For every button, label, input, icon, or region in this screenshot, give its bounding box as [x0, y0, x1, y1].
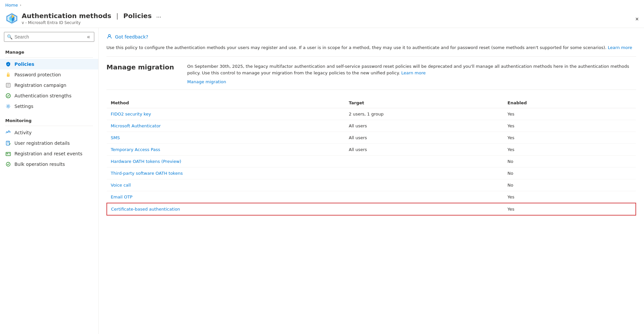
table-body: FIDO2 security key2 users, 1 groupYesMic…: [107, 108, 636, 216]
table-row: Hardware OATH tokens (Preview)No: [107, 156, 636, 167]
main-content: Got feedback? Use this policy to configu…: [99, 28, 644, 334]
auth-strengths-icon: [5, 93, 11, 99]
sidebar-item-password-label: Password protection: [14, 72, 61, 77]
method-link[interactable]: Voice call: [111, 183, 131, 188]
monitoring-divider: [5, 126, 93, 126]
enabled-cell: Yes: [504, 132, 636, 144]
col-target: Target: [345, 98, 504, 108]
sidebar-item-activity[interactable]: Activity: [0, 127, 98, 138]
table-header: Method Target Enabled: [107, 98, 636, 108]
sidebar-item-activity-label: Activity: [14, 130, 32, 135]
feedback-link[interactable]: Got feedback?: [115, 34, 148, 39]
app-icon: [5, 12, 18, 25]
method-link[interactable]: SMS: [111, 135, 120, 140]
method-link[interactable]: Third-party software OATH tokens: [111, 171, 183, 176]
sidebar: 🔍 « Manage Policies Password protection …: [0, 28, 99, 334]
ellipsis-button[interactable]: ...: [154, 12, 163, 20]
sidebar-item-registration-label: Registration campaign: [14, 83, 66, 88]
table-row: Email OTPYes: [107, 191, 636, 203]
title-row: Authentication methods | Policies ...: [22, 12, 163, 20]
target-cell: All users: [345, 144, 504, 156]
sidebar-item-policies[interactable]: Policies: [0, 59, 98, 69]
sidebar-item-bulk-label: Bulk operation results: [14, 162, 65, 167]
registration-icon: [5, 82, 11, 88]
sidebar-item-settings[interactable]: Settings: [0, 101, 98, 112]
password-icon: [5, 72, 11, 78]
method-link[interactable]: FIDO2 security key: [111, 112, 151, 116]
sidebar-item-auth-strengths-label: Authentication strengths: [14, 93, 71, 98]
monitoring-section-label: Monitoring: [0, 116, 98, 124]
method-cell: Temporary Access Pass: [107, 144, 345, 156]
method-cell: Voice call: [107, 179, 345, 191]
method-cell: Email OTP: [107, 191, 345, 203]
sidebar-item-settings-label: Settings: [14, 104, 33, 109]
method-cell: FIDO2 security key: [107, 108, 345, 120]
method-cell: Third-party software OATH tokens: [107, 167, 345, 179]
table-row: Voice callNo: [107, 179, 636, 191]
breadcrumb-home[interactable]: Home: [5, 3, 18, 8]
enabled-cell: Yes: [504, 203, 636, 215]
sidebar-item-reg-reset-events[interactable]: Registration and reset events: [0, 148, 98, 159]
enabled-cell: Yes: [504, 108, 636, 120]
method-cell: Certificate-based authentication: [107, 203, 345, 215]
enabled-cell: No: [504, 156, 636, 167]
sidebar-item-user-registration[interactable]: User registration details: [0, 138, 98, 148]
sidebar-item-authentication-strengths[interactable]: Authentication strengths: [0, 90, 98, 101]
manage-divider: [5, 57, 93, 58]
table-row: FIDO2 security key2 users, 1 groupYes: [107, 108, 636, 120]
enabled-cell: No: [504, 179, 636, 191]
main-layout: 🔍 « Manage Policies Password protection …: [0, 28, 644, 334]
table-header-row: Method Target Enabled: [107, 98, 636, 108]
target-cell: [345, 179, 504, 191]
svg-point-7: [8, 106, 9, 107]
methods-table: Method Target Enabled FIDO2 security key…: [106, 98, 636, 216]
feedback-icon: [106, 33, 112, 40]
breadcrumb: Home ›: [0, 0, 644, 10]
close-button[interactable]: ×: [635, 15, 639, 22]
svg-point-12: [6, 162, 10, 166]
method-link[interactable]: Email OTP: [111, 194, 132, 199]
target-cell: [345, 167, 504, 179]
page-title: Authentication methods | Policies: [22, 12, 152, 20]
method-cell: Microsoft Authenticator: [107, 120, 345, 132]
feedback-row: Got feedback?: [106, 33, 636, 40]
user-reg-icon: [5, 140, 11, 146]
search-input[interactable]: [14, 34, 84, 39]
enabled-cell: No: [504, 167, 636, 179]
table-row: Temporary Access PassAll usersYes: [107, 144, 636, 156]
sidebar-item-registration-campaign[interactable]: Registration campaign: [0, 80, 98, 90]
description-text: Use this policy to configure the authent…: [106, 44, 636, 57]
collapse-button[interactable]: «: [86, 34, 91, 40]
policies-icon: [5, 61, 11, 67]
bulk-icon: [5, 161, 11, 167]
method-cell: Hardware OATH tokens (Preview): [107, 156, 345, 167]
table-row: SMSAll usersYes: [107, 132, 636, 144]
svg-point-13: [108, 35, 110, 37]
method-link[interactable]: Microsoft Authenticator: [111, 123, 161, 128]
table-row: Third-party software OATH tokensNo: [107, 167, 636, 179]
target-cell: All users: [345, 120, 504, 132]
migration-section: Manage migration On September 30th, 2025…: [106, 63, 636, 90]
col-method: Method: [107, 98, 345, 108]
method-link[interactable]: Hardware OATH tokens (Preview): [111, 159, 181, 164]
svg-rect-10: [7, 153, 8, 154]
search-box[interactable]: 🔍 «: [4, 32, 94, 42]
migration-learn-more-link[interactable]: Learn more: [401, 70, 426, 75]
settings-icon: [5, 103, 11, 109]
migration-content: On September 30th, 2025, the legacy mult…: [187, 63, 636, 85]
sidebar-item-policies-label: Policies: [14, 62, 34, 67]
activity-icon: [5, 130, 11, 136]
table-row: Microsoft AuthenticatorAll usersYes: [107, 120, 636, 132]
migration-title: Manage migration: [106, 63, 174, 85]
page-header: Authentication methods | Policies ... v …: [0, 10, 644, 28]
col-enabled: Enabled: [504, 98, 636, 108]
manage-section-label: Manage: [0, 47, 98, 56]
method-cell: SMS: [107, 132, 345, 144]
method-link[interactable]: Temporary Access Pass: [111, 147, 160, 152]
sidebar-item-password-protection[interactable]: Password protection: [0, 69, 98, 80]
description-learn-more-link[interactable]: Learn more: [608, 45, 632, 50]
method-link[interactable]: Certificate-based authentication: [111, 207, 180, 212]
sidebar-item-bulk-operations[interactable]: Bulk operation results: [0, 159, 98, 169]
sidebar-item-user-reg-label: User registration details: [14, 141, 70, 146]
manage-migration-link[interactable]: Manage migration: [187, 79, 636, 84]
